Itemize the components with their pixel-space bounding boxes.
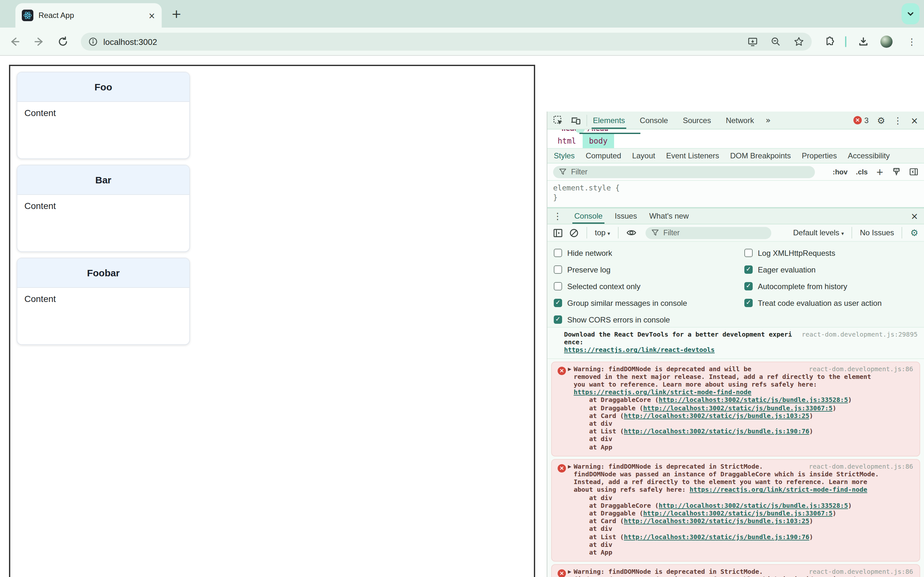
checkbox-show-cors-errors-in-console[interactable]: ✓Show CORS errors in console bbox=[554, 314, 744, 325]
sidebar-tab-properties[interactable]: Properties bbox=[802, 151, 837, 160]
sidebar-tab-accessibility[interactable]: Accessibility bbox=[848, 151, 890, 160]
console-link[interactable]: http://localhost:3002/static/js/bundle.j… bbox=[659, 502, 848, 509]
message-source-link[interactable]: react-dom.development.js:29895 bbox=[802, 331, 918, 338]
checkbox-box[interactable] bbox=[554, 282, 562, 290]
card-bar[interactable]: Bar Content bbox=[17, 165, 190, 252]
checkbox-autocomplete-from-history[interactable]: ✓Autocomplete from history bbox=[744, 281, 882, 292]
checkbox-preserve-log[interactable]: Preserve log bbox=[554, 264, 744, 275]
checkbox-eager-evaluation[interactable]: ✓Eager evaluation bbox=[744, 264, 882, 275]
tab-search-button[interactable] bbox=[901, 3, 919, 24]
checkbox-box[interactable]: ✓ bbox=[744, 266, 753, 274]
bookmark-star-icon[interactable] bbox=[794, 37, 804, 47]
checkbox-box[interactable] bbox=[744, 249, 753, 257]
drawer-tab-what-s-new[interactable]: What's new bbox=[649, 208, 688, 224]
console-link[interactable]: http://localhost:3002/static/js/bundle.j… bbox=[643, 510, 833, 517]
sidebar-tab-computed[interactable]: Computed bbox=[586, 151, 621, 160]
console-link[interactable]: https://reactjs.org/link/strict-mode-fin… bbox=[573, 388, 751, 396]
message-source-link[interactable]: react-dom.development.js:86 bbox=[809, 568, 913, 576]
checkbox-box[interactable]: ✓ bbox=[554, 299, 562, 307]
console-link[interactable]: http://localhost:3002/static/js/bundle.j… bbox=[624, 533, 809, 540]
devtools-menu-kebab-icon[interactable]: ⋮ bbox=[893, 115, 903, 125]
install-app-icon[interactable] bbox=[748, 37, 758, 47]
profile-avatar[interactable] bbox=[880, 35, 893, 47]
tab-close-icon[interactable]: × bbox=[148, 11, 155, 20]
browser-tab[interactable]: React App × bbox=[15, 3, 162, 27]
console-link[interactable]: http://localhost:3002/static/js/bundle.j… bbox=[624, 518, 809, 525]
checkbox-box[interactable]: ✓ bbox=[554, 316, 562, 324]
forward-button[interactable] bbox=[33, 35, 45, 47]
url-text[interactable]: localhost:3002 bbox=[103, 37, 157, 47]
context-selector[interactable]: top▾ bbox=[595, 228, 610, 237]
rendering-brush-icon[interactable] bbox=[892, 167, 901, 176]
checkbox-selected-context-only[interactable]: Selected context only bbox=[554, 281, 744, 292]
class-toggle[interactable]: .cls bbox=[856, 168, 868, 176]
element-style-rule[interactable]: element.style { } bbox=[548, 181, 924, 208]
address-bar[interactable]: localhost:3002 bbox=[81, 33, 812, 51]
devtools-close-icon[interactable]: × bbox=[911, 115, 918, 125]
panel-toggle-icon[interactable] bbox=[909, 167, 918, 176]
expand-triangle-icon[interactable]: ▶ bbox=[568, 570, 572, 575]
clear-console-icon[interactable] bbox=[569, 228, 579, 237]
console-sidebar-toggle-icon[interactable] bbox=[553, 228, 563, 237]
checkbox-treat-code-evaluation-as-user-action[interactable]: ✓Treat code evaluation as user action bbox=[744, 298, 882, 308]
device-toolbar-icon[interactable] bbox=[570, 115, 581, 125]
zoom-out-icon[interactable] bbox=[771, 37, 781, 47]
live-expression-eye-icon[interactable] bbox=[626, 227, 636, 238]
card-header[interactable]: Bar bbox=[17, 165, 189, 195]
card-header[interactable]: Foobar bbox=[17, 258, 189, 288]
log-levels-dropdown[interactable]: Default levels▾ bbox=[793, 228, 844, 237]
breadcrumb-body[interactable]: body bbox=[583, 134, 614, 148]
checkbox-box[interactable] bbox=[554, 266, 562, 274]
console-link[interactable]: http://localhost:3002/static/js/bundle.j… bbox=[643, 404, 833, 411]
message-source-link[interactable]: react-dom.development.js:86 bbox=[809, 365, 913, 373]
sidebar-tab-layout[interactable]: Layout bbox=[632, 151, 655, 160]
sidebar-tab-dom-breakpoints[interactable]: DOM Breakpoints bbox=[730, 151, 791, 160]
elements-tree-clipped[interactable]: head /head bbox=[548, 129, 924, 134]
site-info-icon[interactable] bbox=[89, 37, 97, 46]
inspect-element-icon[interactable] bbox=[553, 115, 564, 125]
message-source-link[interactable]: react-dom.development.js:86 bbox=[809, 463, 913, 471]
console-link[interactable]: http://localhost:3002/static/js/bundle.j… bbox=[624, 428, 809, 435]
downloads-icon[interactable] bbox=[858, 36, 869, 47]
console-link[interactable]: https://reactjs.org/link/strict-mode-fin… bbox=[690, 486, 867, 493]
checkbox-box[interactable]: ✓ bbox=[744, 299, 753, 307]
reload-button[interactable] bbox=[58, 36, 69, 47]
breadcrumb-html[interactable]: html bbox=[551, 134, 583, 148]
drawer-tab-console[interactable]: Console bbox=[574, 208, 603, 224]
issues-counter[interactable]: No Issues bbox=[860, 228, 894, 237]
new-style-rule-button[interactable]: + bbox=[876, 167, 884, 177]
console-settings-gear-icon[interactable]: ⚙ bbox=[910, 227, 918, 238]
sidebar-tab-event-listeners[interactable]: Event Listeners bbox=[666, 151, 719, 160]
console-link[interactable]: https://reactjs.org/link/react-devtools bbox=[564, 347, 715, 354]
expand-triangle-icon[interactable]: ▶ bbox=[568, 464, 572, 469]
devtools-tab-elements[interactable]: Elements bbox=[593, 111, 625, 129]
checkbox-box[interactable]: ✓ bbox=[744, 282, 753, 290]
console-link[interactable]: http://localhost:3002/static/js/bundle.j… bbox=[659, 396, 848, 404]
back-button[interactable] bbox=[9, 35, 21, 47]
card-foo[interactable]: Foo Content bbox=[17, 72, 190, 159]
console-filter-input[interactable]: Filter bbox=[645, 227, 771, 239]
console-link[interactable]: http://localhost:3002/static/js/bundle.j… bbox=[624, 412, 809, 419]
card-header[interactable]: Foo bbox=[17, 73, 189, 102]
card-foobar[interactable]: Foobar Content bbox=[17, 258, 190, 345]
styles-filter-input[interactable]: Filter bbox=[553, 166, 815, 178]
devtools-tab-sources[interactable]: Sources bbox=[683, 111, 711, 129]
devtools-tab-network[interactable]: Network bbox=[726, 111, 754, 129]
checkbox-box[interactable] bbox=[554, 249, 562, 257]
new-tab-button[interactable]: + bbox=[168, 5, 185, 23]
expand-triangle-icon[interactable]: ▶ bbox=[568, 366, 572, 372]
error-count-badge[interactable]: × 3 bbox=[853, 116, 869, 125]
checkbox-log-xmlhttprequests[interactable]: Log XMLHttpRequests bbox=[744, 247, 882, 258]
checkbox-hide-network[interactable]: Hide network bbox=[554, 247, 744, 258]
checkbox-group-similar-messages-in-console[interactable]: ✓Group similar messages in console bbox=[554, 298, 744, 308]
drawer-menu-kebab-icon[interactable]: ⋮ bbox=[553, 211, 562, 221]
devtools-tab-console[interactable]: Console bbox=[640, 111, 668, 129]
drawer-close-icon[interactable]: × bbox=[911, 211, 918, 221]
browser-menu-kebab-icon[interactable]: ⋮ bbox=[907, 36, 916, 47]
sidebar-tab-styles[interactable]: Styles bbox=[554, 151, 575, 160]
more-tabs-icon[interactable]: » bbox=[766, 115, 771, 125]
pseudo-state-toggle[interactable]: :hov bbox=[833, 168, 847, 176]
devtools-settings-gear-icon[interactable]: ⚙ bbox=[877, 115, 885, 125]
extensions-puzzle-icon[interactable] bbox=[825, 36, 835, 47]
drawer-tab-issues[interactable]: Issues bbox=[615, 208, 637, 224]
